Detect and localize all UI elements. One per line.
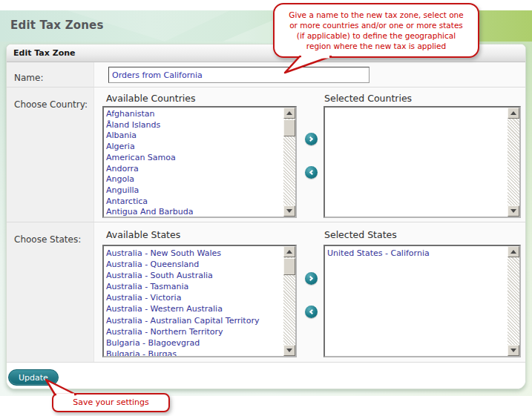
scroll-up-button[interactable] xyxy=(508,246,519,257)
scrollbar-thumb[interactable] xyxy=(283,258,295,275)
choose-states-label: Choose States: xyxy=(14,234,81,245)
list-item[interactable]: Åland Islands xyxy=(106,120,283,131)
callout-tail xyxy=(282,56,335,75)
available-countries-items: AfghanistanÅland IslandsAlbaniaAlgeriaAm… xyxy=(104,108,283,217)
available-states-items: Australia - New South WalesAustralia - Q… xyxy=(104,246,283,356)
selected-countries-list[interactable] xyxy=(324,106,521,218)
choose-country-row: Choose Country: Available Countries Sele… xyxy=(7,88,525,222)
list-item[interactable]: Angola xyxy=(106,174,283,185)
list-item[interactable]: Australia - Victoria xyxy=(106,292,283,303)
choose-states-row: Choose States: Available States Selected… xyxy=(7,222,525,363)
list-item[interactable]: Australia - South Australia xyxy=(106,270,283,281)
scroll-up-icon xyxy=(286,111,292,115)
chevron-left-icon xyxy=(309,309,315,314)
choose-country-label-cell: Choose Country: xyxy=(7,88,94,222)
selected-countries-label: Selected Countries xyxy=(324,93,412,104)
selected-states-items: United States - California xyxy=(325,246,507,356)
scroll-down-button[interactable] xyxy=(283,345,295,356)
selected-countries-items xyxy=(325,108,507,217)
available-countries-list[interactable]: AfghanistanÅland IslandsAlbaniaAlgeriaAm… xyxy=(102,106,297,218)
scrollbar[interactable] xyxy=(283,246,295,356)
list-item[interactable]: Australia - Australian Capital Territory xyxy=(106,315,283,326)
country-content-cell: Available Countries Selected Countries A… xyxy=(94,88,525,222)
scrollbar[interactable] xyxy=(283,108,295,217)
scroll-down-icon xyxy=(510,349,516,352)
list-item[interactable]: Australia - Tasmania xyxy=(106,281,283,292)
available-countries-label: Available Countries xyxy=(106,93,196,104)
section-title: Edit Tax Zone xyxy=(13,48,76,58)
scroll-down-button[interactable] xyxy=(508,345,519,356)
move-state-left-button[interactable] xyxy=(305,306,318,318)
list-item[interactable]: Algeria xyxy=(106,142,283,153)
chevron-right-icon xyxy=(308,276,313,281)
scroll-up-button[interactable] xyxy=(508,108,519,119)
choose-country-label: Choose Country: xyxy=(14,99,88,110)
list-item[interactable]: Albania xyxy=(106,131,283,142)
callout-tail xyxy=(40,378,85,396)
move-country-left-button[interactable] xyxy=(305,166,318,179)
states-content-cell: Available States Selected States Austral… xyxy=(94,222,525,362)
move-country-right-button[interactable] xyxy=(305,133,318,145)
page-title: Edit Tax Zones xyxy=(10,19,104,32)
scroll-up-button[interactable] xyxy=(283,108,295,119)
list-item[interactable]: Antarctica xyxy=(106,197,283,208)
list-item[interactable]: Anguilla xyxy=(106,185,283,197)
selected-states-list[interactable]: United States - California xyxy=(324,245,521,357)
scroll-down-icon xyxy=(286,349,292,352)
list-item[interactable]: Australia - New South Wales xyxy=(106,248,283,259)
list-item[interactable]: United States - California xyxy=(327,248,507,259)
chevron-left-icon xyxy=(309,170,315,175)
scroll-down-icon xyxy=(286,209,292,213)
scroll-up-icon xyxy=(510,250,516,254)
choose-states-label-cell: Choose States: xyxy=(7,222,94,362)
move-state-right-button[interactable] xyxy=(305,272,318,285)
list-item[interactable]: American Samoa xyxy=(106,153,283,164)
scrollbar[interactable] xyxy=(508,108,519,217)
scroll-down-button[interactable] xyxy=(508,205,519,217)
list-item[interactable]: Australia - Western Australia xyxy=(106,303,283,314)
list-item[interactable]: Afghanistan xyxy=(106,109,283,120)
available-states-list[interactable]: Australia - New South WalesAustralia - Q… xyxy=(102,245,297,357)
name-label: Name: xyxy=(14,73,43,83)
scroll-down-icon xyxy=(510,209,516,213)
name-row: Name: xyxy=(7,62,525,88)
list-item[interactable]: Bulgaria - Blagoevgrad xyxy=(106,337,283,349)
available-states-label: Available States xyxy=(106,229,180,240)
tax-zone-help-callout: Give a name to the new tax zone, select … xyxy=(273,3,479,58)
scroll-up-icon xyxy=(286,250,292,254)
list-item[interactable]: Andorra xyxy=(106,164,283,175)
name-label-cell: Name: xyxy=(7,62,94,87)
scrollbar-thumb[interactable] xyxy=(283,119,295,136)
scroll-up-button[interactable] xyxy=(283,246,295,257)
scroll-down-button[interactable] xyxy=(283,205,295,217)
edit-tax-zone-panel: Edit Tax Zone Name: Choose Country: Avai… xyxy=(6,44,526,389)
selected-states-label: Selected States xyxy=(324,229,397,240)
scroll-up-icon xyxy=(510,111,516,115)
scrollbar[interactable] xyxy=(508,246,519,356)
list-item[interactable]: Antigua And Barbuda xyxy=(106,207,283,217)
list-item[interactable]: Australia - Northern Territory xyxy=(106,326,283,337)
list-item[interactable]: Bulgaria - Burgas xyxy=(106,349,283,356)
edit-tax-zones-screen: Edit Tax Zones Edit Tax Zone Name: Choos… xyxy=(0,0,532,416)
list-item[interactable]: Australia - Queensland xyxy=(106,259,283,270)
chevron-right-icon xyxy=(308,136,313,142)
